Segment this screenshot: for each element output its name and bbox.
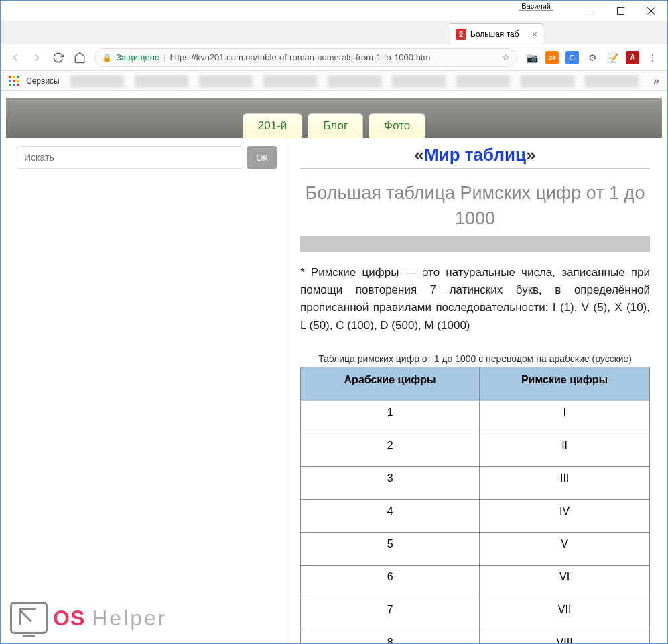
table-row: 6VI [301,565,650,598]
main-content: «Мир таблиц» Большая таблица Римских циф… [287,138,662,644]
table-row: 4IV [301,499,650,532]
cell-roman: V [480,532,650,565]
cell-arabic: 1 [301,401,480,434]
extension-icons: 📷 24 G ⚙ 📝 A ⋮ [525,51,659,64]
translate-icon[interactable]: G [565,51,579,64]
ad-placeholder [300,236,650,252]
secure-label: Защищено [116,52,159,62]
cell-roman: II [480,434,650,466]
ext-gear-icon[interactable]: ⚙ [586,51,599,64]
bookmark-item[interactable] [456,75,510,87]
page-title: Большая таблица Римских цифр от 1 до 100… [300,181,650,232]
search-button[interactable]: ОК [247,146,277,169]
col-roman: Римские цифры [480,367,650,401]
close-button[interactable] [636,1,666,20]
menu-icon[interactable]: ⋮ [646,51,659,64]
bookmark-item[interactable] [135,75,188,87]
table-row: 7VII [301,598,650,631]
site-tab-blog[interactable]: Блог [308,113,363,138]
bookmark-item[interactable] [521,75,574,87]
table-row: 5V [301,532,650,565]
bookmark-item[interactable] [70,75,124,87]
bookmark-star-icon[interactable]: ☆ [502,52,510,62]
cell-arabic: 8 [301,631,480,644]
header-band: 201-й Блог Фото [6,98,662,138]
cell-roman: VI [480,565,650,598]
browser-tab[interactable]: 2 Большая таб × [450,23,543,44]
cell-roman: III [480,466,650,499]
cell-arabic: 7 [301,598,480,631]
pdf-icon[interactable]: A [626,51,639,64]
home-button[interactable] [73,51,86,64]
site-tab-photo[interactable]: Фото [369,113,425,138]
ext-badge-icon[interactable]: 24 [545,51,559,64]
section-link[interactable]: Мир таблиц [424,145,526,165]
site-nav-tabs: 201-й Блог Фото [243,113,425,138]
page-viewport[interactable]: 201-й Блог Фото ОК «Мир таблиц» Большая … [1,91,667,644]
cell-arabic: 6 [301,565,480,598]
table-row: 1I [301,401,650,434]
numerals-table: Арабские цифры Римские цифры 1I2II3III4I… [300,367,650,644]
divider [300,168,650,169]
bookmark-item[interactable] [263,75,317,87]
cell-arabic: 4 [301,499,480,532]
url-divider: | [163,52,165,62]
minimize-button[interactable] [576,1,606,20]
search-input[interactable] [17,146,243,169]
bookmark-item[interactable] [199,75,253,87]
cell-arabic: 2 [301,434,480,466]
url-field[interactable]: 🔒 Защищено | https://kvn201.com.ua/table… [94,48,517,67]
bookmark-item[interactable] [392,75,446,87]
section-quote-close: » [526,145,535,165]
sidebar: ОК [6,138,287,644]
apps-icon[interactable] [9,76,19,86]
cell-arabic: 5 [301,532,480,565]
bookmarks-overflow-icon[interactable]: » [653,75,659,87]
table-row: 3III [301,466,650,499]
cell-roman: VII [480,598,650,631]
url-text: https://kvn201.com.ua/table-of-roman-num… [170,52,431,62]
bookmark-item[interactable] [585,75,639,87]
tab-close-icon[interactable]: × [532,29,537,40]
forward-button[interactable] [30,51,44,64]
table-row: 2II [301,434,650,466]
maximize-button[interactable] [606,1,636,20]
svg-rect-1 [618,7,624,14]
cell-roman: IV [480,499,650,532]
cell-roman: I [480,401,650,434]
tab-strip: 2 Большая таб × [1,21,667,44]
bookmark-item[interactable] [328,75,381,87]
site-tab-201[interactable]: 201-й [243,113,303,138]
bookmarks-bar: Сервисы » [1,71,667,91]
cell-arabic: 3 [301,466,480,499]
apps-label[interactable]: Сервисы [26,76,60,86]
back-button[interactable] [9,51,22,64]
address-bar: 🔒 Защищено | https://kvn201.com.ua/table… [1,44,667,71]
col-arabic: Арабские цифры [301,367,480,401]
window-titlebar [1,1,667,21]
table-row: 8VIII [301,631,650,644]
intro-text: * Римские цифры — это натуральные числа,… [300,264,650,334]
tab-title: Большая таб [470,29,528,39]
tab-favicon: 2 [456,29,466,40]
table-caption: Таблица римских цифр от 1 до 1000 с пере… [300,353,650,364]
ext-notes-icon[interactable]: 📝 [606,51,619,64]
reload-button[interactable] [52,51,65,64]
profile-name: Василий [519,2,553,11]
cell-roman: VIII [480,631,650,644]
camera-icon[interactable]: 📷 [525,51,539,64]
section-title: «Мир таблиц» [300,145,650,166]
section-quote-open: « [415,145,424,165]
lock-icon: 🔒 [102,53,112,62]
